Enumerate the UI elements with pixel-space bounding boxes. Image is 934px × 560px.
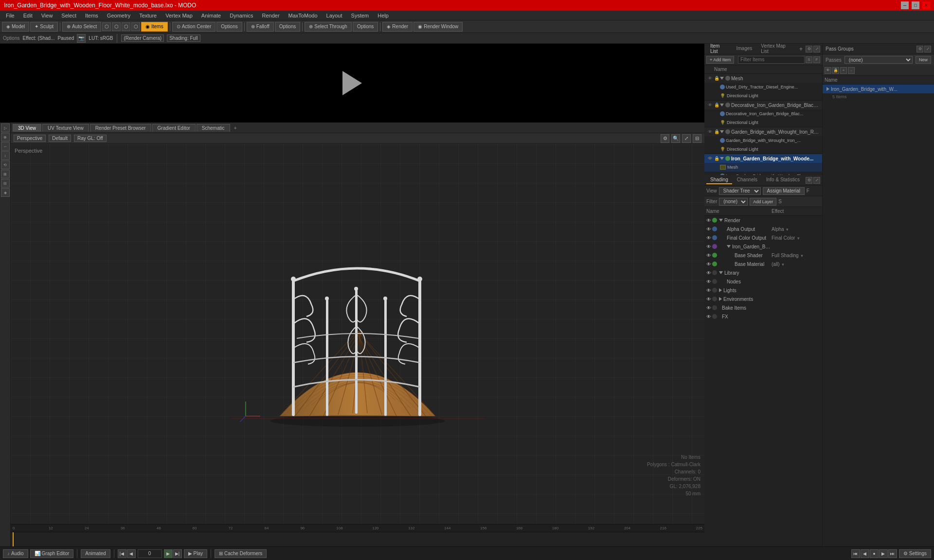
tab-images[interactable]: Images bbox=[732, 45, 756, 53]
perspective-dropdown[interactable]: Perspective bbox=[14, 135, 46, 142]
tool-icon-1[interactable]: ⬡ bbox=[102, 22, 111, 31]
falloff-button[interactable]: ⊕ Falloff bbox=[247, 22, 274, 32]
shader-fx[interactable]: 👁 FX bbox=[704, 312, 822, 321]
action-center-button[interactable]: ⊙ Action Center bbox=[172, 22, 216, 32]
vp-layout-icon[interactable]: ⊟ bbox=[693, 134, 701, 143]
shader-bake-items[interactable]: 👁 Bake Items bbox=[704, 303, 822, 312]
filter-icon[interactable]: S bbox=[806, 56, 812, 63]
menu-layout[interactable]: Layout bbox=[323, 12, 346, 19]
lock-icon-1[interactable]: 🔒 bbox=[713, 76, 720, 81]
menu-animate[interactable]: Animate bbox=[198, 12, 225, 19]
shader-library[interactable]: 👁 Library bbox=[704, 268, 822, 277]
vis-icon-3[interactable]: 👁 bbox=[706, 129, 713, 134]
cache-deformers-button[interactable]: ⊞ Cache Deformers bbox=[215, 549, 267, 558]
vis-eye-final[interactable]: 👁 bbox=[706, 235, 712, 241]
play-button-bottom[interactable]: ▶ Play bbox=[184, 549, 207, 558]
menu-texture[interactable]: Texture bbox=[135, 12, 161, 19]
model-mode-button[interactable]: ◈ Model bbox=[2, 22, 29, 32]
tool-icon-3[interactable]: ⬡ bbox=[122, 22, 130, 31]
tab-item-list[interactable]: Item List bbox=[706, 44, 731, 56]
vis-eye-fx[interactable]: 👁 bbox=[706, 314, 712, 319]
tab-add-button[interactable]: + bbox=[231, 124, 240, 132]
groups-icon4[interactable]: - bbox=[848, 67, 855, 74]
menu-edit[interactable]: Edit bbox=[19, 12, 36, 19]
menu-select[interactable]: Select bbox=[57, 12, 80, 19]
item-group-1-header[interactable]: 👁 🔒 Mesh bbox=[704, 74, 822, 83]
item-row-1-2[interactable]: 💡 Directional Light bbox=[704, 91, 822, 100]
play-button[interactable] bbox=[340, 71, 364, 95]
tr-btn-2[interactable]: ◀ bbox=[861, 549, 869, 558]
tr-btn-1[interactable]: ⏮ bbox=[851, 549, 860, 558]
vis-eye-bm[interactable]: 👁 bbox=[706, 262, 712, 267]
sidebar-icon-1[interactable]: ▷ bbox=[1, 123, 10, 132]
group-row-1[interactable]: Iron_Garden_Bridge_with_W... bbox=[823, 85, 934, 93]
shader-environments[interactable]: 👁 Environments bbox=[704, 295, 822, 303]
filter-items-input[interactable] bbox=[738, 56, 805, 64]
add-layer-button[interactable]: Add Layer bbox=[750, 198, 776, 206]
filter-f-icon[interactable]: F bbox=[813, 56, 820, 63]
menu-view[interactable]: View bbox=[37, 12, 57, 19]
shader-render[interactable]: 👁 Render bbox=[704, 216, 822, 225]
item-list-content[interactable]: 👁 🔒 Mesh Used_Dirty_Tractor_Diesel_Engin… bbox=[704, 74, 822, 175]
shader-list[interactable]: 👁 Render 👁 Alpha Output Alp bbox=[704, 216, 822, 546]
tab-channels[interactable]: Channels bbox=[733, 176, 761, 184]
sidebar-icon-5[interactable]: ⟲ bbox=[1, 160, 10, 169]
3d-viewport[interactable]: Perspective No Items Polygons : Catmull-… bbox=[11, 144, 704, 524]
menu-system[interactable]: System bbox=[347, 12, 373, 19]
items-button[interactable]: ◉ Items bbox=[141, 22, 167, 32]
menu-geometry[interactable]: Geometry bbox=[103, 12, 134, 19]
menu-items[interactable]: Items bbox=[81, 12, 102, 19]
frame-input[interactable] bbox=[138, 549, 162, 558]
shader-base-material[interactable]: 👁 Base Material (all) ▼ bbox=[704, 260, 822, 268]
tr-btn-4[interactable]: ▶ bbox=[879, 549, 888, 558]
options2-button[interactable]: Options bbox=[275, 22, 300, 32]
menu-maxtomodo[interactable]: MaxToModo bbox=[285, 12, 322, 19]
groups-icon3[interactable]: + bbox=[840, 67, 847, 74]
camera-icon[interactable]: 📷 bbox=[77, 34, 86, 43]
item-row-2-1[interactable]: Decorative_Iron_Garden_Bridge_Blac... bbox=[704, 109, 822, 118]
render-button[interactable]: ◈ Render bbox=[382, 22, 413, 32]
tool-icon-2[interactable]: ⬡ bbox=[112, 22, 121, 31]
lock-icon-3[interactable]: 🔒 bbox=[713, 129, 720, 134]
vis-icon-2[interactable]: 👁 bbox=[706, 103, 713, 107]
groups-list[interactable]: Iron_Garden_Bridge_with_W... 5 Items bbox=[823, 85, 934, 546]
menu-render[interactable]: Render bbox=[258, 12, 284, 19]
tab-schematic[interactable]: Schematic bbox=[197, 124, 230, 132]
item-row-4-mesh[interactable]: Mesh bbox=[704, 163, 822, 172]
vis-eye-lib[interactable]: 👁 bbox=[706, 270, 712, 276]
vp-search-icon[interactable]: 🔍 bbox=[671, 134, 680, 143]
shader-base-shader[interactable]: 👁 Base Shader Full Shading ▼ bbox=[704, 251, 822, 260]
groups-vis-icon[interactable]: 👁 bbox=[825, 67, 831, 74]
vis-eye-nodes[interactable]: 👁 bbox=[706, 279, 712, 284]
settings-button[interactable]: ⚙ Settings bbox=[899, 549, 931, 558]
shader-alpha-output[interactable]: 👁 Alpha Output Alpha ▼ bbox=[704, 225, 822, 233]
maximize-button[interactable]: □ bbox=[912, 1, 919, 9]
graph-editor-button[interactable]: 📊 Graph Editor bbox=[30, 549, 74, 558]
tab-gradient[interactable]: Gradient Editor bbox=[152, 124, 196, 132]
vis-eye-bake[interactable]: 👁 bbox=[706, 305, 712, 311]
filter-none-dropdown[interactable]: (none) bbox=[719, 198, 748, 206]
sidebar-icon-7[interactable]: ⊟ bbox=[1, 179, 10, 188]
shader-final-color[interactable]: 👁 Final Color Output Final Color ▼ bbox=[704, 233, 822, 242]
shader-panel-icon-2[interactable]: ⤢ bbox=[813, 177, 820, 184]
item-row-4-2[interactable]: Iron_Garden_Bridge_with_Wooden_Fl... bbox=[704, 172, 822, 175]
sidebar-icon-3[interactable]: ↔ bbox=[1, 142, 10, 151]
new-pass-button[interactable]: New bbox=[916, 56, 931, 64]
item-row-3-2[interactable]: 💡 Directional Light bbox=[704, 145, 822, 154]
close-button[interactable]: ✕ bbox=[922, 1, 930, 9]
minimize-button[interactable]: ─ bbox=[901, 1, 909, 9]
item-row-1-1[interactable]: Used_Dirty_Tractor_Diesel_Engine... bbox=[704, 83, 822, 91]
vis-eye-render[interactable]: 👁 bbox=[706, 218, 712, 223]
tab-render-preset[interactable]: Render Preset Browser bbox=[90, 124, 151, 132]
assign-material-button[interactable]: Assign Material bbox=[763, 187, 805, 195]
transport-first-button[interactable]: |◀ bbox=[118, 549, 126, 558]
tab-shading[interactable]: Shading bbox=[706, 176, 732, 184]
menu-help[interactable]: Help bbox=[374, 12, 393, 19]
vis-eye-lights[interactable]: 👁 bbox=[706, 288, 712, 293]
lock-icon-2[interactable]: 🔒 bbox=[713, 103, 720, 107]
item-row-2-2[interactable]: 💡 Directional Light bbox=[704, 118, 822, 127]
groups-lock-icon[interactable]: 🔒 bbox=[832, 67, 839, 74]
groups-panel-icon1[interactable]: ⚙ bbox=[916, 46, 923, 52]
vis-eye-bs[interactable]: 👁 bbox=[706, 253, 712, 258]
menu-dynamics[interactable]: Dynamics bbox=[226, 12, 257, 19]
